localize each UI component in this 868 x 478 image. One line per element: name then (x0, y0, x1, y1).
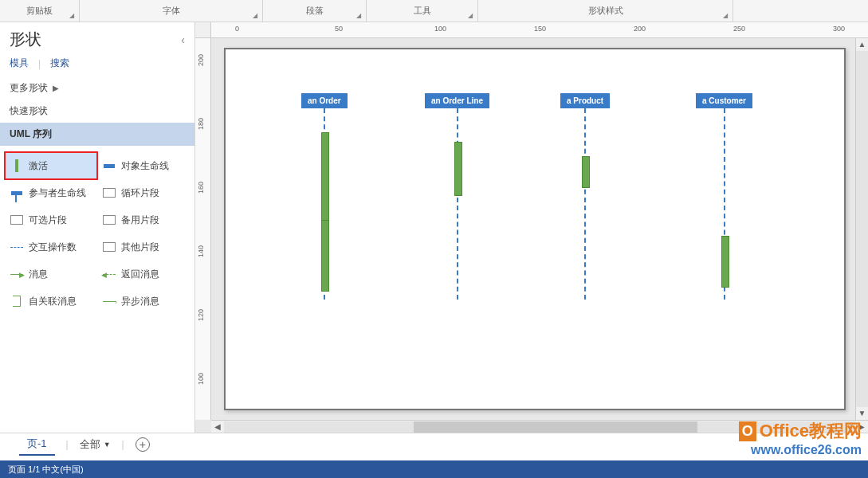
interaction-icon (10, 240, 24, 254)
shape-item[interactable]: 自关联消息 (5, 288, 97, 315)
ribbon-group-label: 段落 (306, 5, 324, 17)
shape-item[interactable]: 循环片段 (97, 179, 190, 206)
lifeline-head[interactable]: an Order (301, 93, 348, 108)
shape-item[interactable]: ›异步消息 (97, 288, 190, 315)
status-text: 页面 1/1 中文(中国) (8, 464, 84, 476)
ruler-tick: 250 (733, 25, 745, 33)
ruler-tick: 50 (335, 25, 343, 33)
dialog-launcher-icon[interactable]: ◢ (723, 12, 731, 20)
stencil-header[interactable]: UML 序列 (0, 123, 194, 146)
shape-item[interactable]: 参与者生命线 (5, 179, 97, 206)
lifeline[interactable]: an Order Line (425, 93, 489, 300)
fragment-icon (102, 240, 116, 254)
ruler-tick: 300 (833, 25, 845, 33)
watermark-title-text: Office教程网 (760, 419, 862, 443)
shape-item[interactable]: 备用片段 (97, 206, 190, 233)
message-icon: ▶ (10, 267, 24, 281)
quick-shapes-button[interactable]: 快速形状 (0, 100, 194, 123)
lifeline[interactable]: an Order (301, 93, 348, 300)
self-msg-icon (10, 294, 24, 308)
watermark-title: O Office教程网 (739, 419, 862, 443)
lifeline-obj-icon (102, 159, 116, 173)
main-area: 形状 ‹ 模具 | 搜索 更多形状 ▶ 快速形状 UML 序列 激活对象生命线参… (0, 22, 868, 433)
activation-bar[interactable] (721, 236, 729, 288)
ruler-tick: 100 (197, 373, 205, 385)
shape-item[interactable]: 交互操作数 (5, 233, 97, 261)
shape-label: 异步消息 (121, 295, 159, 308)
lifeline-actor-icon (10, 186, 24, 200)
lifeline-line (724, 108, 725, 300)
scrollbar-v-track[interactable] (856, 51, 868, 407)
panel-collapse-button[interactable]: ‹ (181, 33, 185, 46)
panel-tabs: 模具 | 搜索 (0, 53, 194, 76)
shape-item[interactable]: 其他片段 (97, 233, 190, 261)
canvas-row: 200180160140120100 an Orderan Order Line… (195, 38, 868, 420)
separator: | (38, 58, 41, 69)
tab-search[interactable]: 搜索 (50, 57, 69, 70)
shape-label: 对象生命线 (121, 159, 169, 173)
ribbon-group: 字体◢ (80, 0, 263, 22)
return-icon: ◀ (102, 267, 116, 281)
shape-item[interactable]: 对象生命线 (97, 152, 190, 179)
ribbon-group: 段落◢ (263, 0, 367, 22)
canvas-scrollable[interactable]: an Orderan Order Linea Producta Customer (211, 38, 855, 420)
activation-icon (10, 159, 24, 173)
activation-bar[interactable] (321, 220, 329, 292)
dialog-launcher-icon[interactable]: ◢ (69, 12, 77, 20)
dialog-launcher-icon[interactable]: ◢ (253, 12, 261, 20)
dialog-launcher-icon[interactable]: ◢ (468, 12, 476, 20)
lifeline[interactable]: a Product (560, 93, 610, 300)
ribbon-groups: 剪贴板◢字体◢段落◢工具◢形状样式◢ (0, 0, 868, 22)
shape-label: 参与者生命线 (29, 186, 86, 200)
scrollbar-h-thumb[interactable] (414, 421, 697, 433)
ruler-horizontal: 050100150200250300 (211, 22, 868, 38)
shape-item[interactable]: ▶消息 (5, 261, 97, 288)
ruler-tick: 200 (197, 54, 205, 66)
ruler-tick: 100 (434, 25, 446, 33)
ribbon-group: 形状样式◢ (478, 0, 733, 22)
ribbon-group-label: 字体 (163, 5, 180, 17)
shape-label: 激活 (29, 159, 48, 173)
separator: | (122, 439, 124, 450)
shape-item[interactable]: 激活 (5, 152, 97, 179)
dialog-launcher-icon[interactable]: ◢ (356, 12, 364, 20)
chevron-down-icon: ▼ (104, 441, 111, 449)
shape-item[interactable]: 可选片段 (5, 206, 97, 233)
ruler-corner (195, 22, 211, 38)
lifeline-line (584, 108, 586, 300)
ruler-tick: 180 (197, 118, 205, 130)
all-pages-button[interactable]: 全部 ▼ (80, 437, 111, 452)
activation-bar[interactable] (582, 156, 590, 188)
ruler-tick: 120 (197, 309, 205, 321)
scroll-up-icon[interactable]: ▲ (856, 38, 868, 51)
lifeline-head[interactable]: an Order Line (425, 93, 489, 108)
shapes-list: 激活对象生命线参与者生命线循环片段可选片段备用片段交互操作数其他片段▶消息◀返回… (0, 146, 194, 321)
lifeline[interactable]: a Customer (696, 93, 752, 300)
ribbon-group: 工具◢ (367, 0, 478, 22)
lifeline-head[interactable]: a Customer (696, 93, 752, 108)
shape-label: 交互操作数 (29, 241, 77, 254)
scroll-down-icon[interactable]: ▼ (856, 407, 868, 420)
scroll-left-icon[interactable]: ◀ (211, 422, 224, 431)
ribbon-group: 剪贴板◢ (0, 0, 80, 22)
fragment-icon (102, 213, 116, 227)
ruler-vertical: 200180160140120100 (195, 38, 211, 420)
more-shapes-button[interactable]: 更多形状 ▶ (0, 76, 194, 100)
ruler-tick: 0 (235, 25, 239, 33)
tab-stencil[interactable]: 模具 (10, 57, 29, 70)
lifeline-line (324, 108, 325, 300)
ruler-tick: 200 (634, 25, 646, 33)
more-shapes-label: 更多形状 (10, 81, 48, 95)
page-tab-1[interactable]: 页-1 (19, 433, 55, 456)
all-pages-label: 全部 (80, 437, 100, 452)
shape-item[interactable]: ◀返回消息 (97, 261, 190, 288)
shape-label: 自关联消息 (29, 295, 77, 308)
ruler-tick: 140 (197, 245, 205, 257)
office-icon: O (739, 421, 756, 441)
new-page-button[interactable]: + (136, 437, 150, 452)
shape-label: 返回消息 (121, 268, 159, 281)
lifeline-head[interactable]: a Product (560, 93, 610, 108)
drawing-page[interactable]: an Orderan Order Linea Producta Customer (224, 48, 846, 410)
activation-bar[interactable] (454, 142, 462, 196)
scrollbar-vertical[interactable]: ▲ ▼ (855, 38, 868, 420)
